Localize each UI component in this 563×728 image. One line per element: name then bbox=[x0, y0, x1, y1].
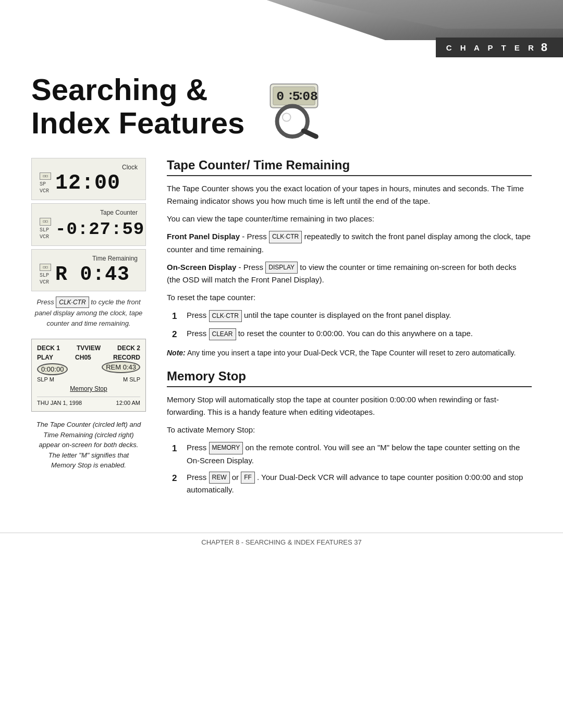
display-key: DISPLAY bbox=[265, 262, 298, 274]
chapter-number: 8 bbox=[541, 41, 547, 54]
svg-point-7 bbox=[300, 97, 302, 100]
svg-point-5 bbox=[290, 97, 292, 100]
clock-display-panel: Clock ◻◻ SP VCR 12:00 bbox=[31, 158, 146, 200]
onscreen-para: On-Screen Display - Press DISPLAY to vie… bbox=[167, 261, 532, 287]
svg-point-13 bbox=[283, 113, 291, 121]
ms-step2-text: Press REW or FF . Your Dual-Deck VCR wil… bbox=[187, 471, 532, 497]
time-remaining-indicators: ◻◻ SLP VCR bbox=[40, 264, 51, 286]
tape-counter-row: ◻◻ SLP VCR -0:27:59 bbox=[40, 218, 138, 240]
memory-stop-heading: Memory Stop bbox=[167, 369, 532, 387]
svg-point-4 bbox=[290, 93, 292, 95]
clkctr-key-caption: CLK·CTR bbox=[56, 297, 89, 308]
osd-header-row: DECK 1 TVVIEW DECK 2 bbox=[37, 344, 140, 352]
tape-counter-steps: 1 Press CLK·CTR Press CLK·CTR until the … bbox=[172, 309, 532, 341]
svg-line-12 bbox=[304, 131, 316, 137]
svg-text:0: 0 bbox=[277, 89, 285, 104]
tape-counter-display-panel: Tape Counter ◻◻ SLP VCR -0:27:59 bbox=[31, 203, 146, 245]
page-title: Searching & Index Features bbox=[31, 73, 244, 140]
tape-counter-view-note: You can view the tape counter/time remai… bbox=[167, 213, 532, 225]
svg-text:5: 5 bbox=[292, 89, 300, 104]
title-icon: 0 5 08 bbox=[260, 78, 328, 142]
right-column: Tape Counter/ Time Remaining The Tape Co… bbox=[167, 158, 532, 501]
clock-label: Clock bbox=[40, 164, 138, 171]
osd-time: 12:00 AM bbox=[116, 400, 140, 406]
osd-slpm: SLP M bbox=[37, 376, 54, 382]
footer: CHAPTER 8 - SEARCHING & INDEX FEATURES 3… bbox=[0, 533, 563, 551]
clkctr-key-step1: CLK·CTR bbox=[209, 310, 242, 322]
footer-text: CHAPTER 8 - SEARCHING & INDEX FEATURES 3… bbox=[201, 538, 362, 546]
memory-key: MEMORY bbox=[209, 442, 243, 454]
osd-memory-label: Memory Stop bbox=[37, 385, 140, 392]
osd-record: RECORD bbox=[113, 354, 140, 361]
rew-key: REW bbox=[209, 472, 230, 484]
step2-num: 2 bbox=[172, 327, 181, 341]
clock-ind1: ◻◻ bbox=[40, 172, 51, 180]
clock-lcd: Clock ◻◻ SP VCR 12:00 bbox=[31, 158, 146, 200]
tape-counter-label: Tape Counter bbox=[40, 209, 138, 216]
osd-mslp: M SLP bbox=[123, 376, 140, 382]
clock-row: ◻◻ SP VCR 12:00 bbox=[40, 172, 138, 194]
clear-key: CLEAR bbox=[209, 328, 236, 340]
chapter-bar: C H A P T E R 8 bbox=[436, 38, 563, 57]
osd-tvview: TVVIEW bbox=[77, 344, 101, 352]
osd-counter-value: 0:00:00 bbox=[37, 363, 68, 375]
osd-counter-row: 0:00:00 REM 0:43 bbox=[37, 363, 140, 375]
main-content: Clock ◻◻ SP VCR 12:00 Tape Counter ◻◻ bbox=[0, 153, 563, 522]
tc-step-1: 1 Press CLK·CTR Press CLK·CTR until the … bbox=[172, 309, 532, 323]
osd-deck1: DECK 1 bbox=[37, 344, 60, 352]
step2-text: Press CLEAR to reset the counter to 0:00… bbox=[187, 327, 532, 341]
onscreen-dash: - Press bbox=[239, 263, 266, 272]
front-panel-dash: - Press bbox=[242, 232, 269, 241]
time-remaining-row: ◻◻ SLP VCR R 0:43 bbox=[40, 264, 138, 286]
osd-date-row: THU JAN 1, 1998 12:00 AM bbox=[37, 397, 140, 406]
osd-section: DECK 1 TVVIEW DECK 2 PLAY CH05 RECORD 0:… bbox=[31, 339, 146, 471]
left-column: Clock ◻◻ SP VCR 12:00 Tape Counter ◻◻ bbox=[31, 158, 146, 501]
front-panel-bold: Front Panel Display bbox=[167, 232, 240, 241]
tape-counter-intro: The Tape Counter shows you the exact loc… bbox=[167, 182, 532, 207]
osd-deck2: DECK 2 bbox=[117, 344, 140, 352]
tape-counter-digits: -0:27:59 bbox=[55, 220, 144, 238]
step1-text: Press CLK·CTR Press CLK·CTR until the ta… bbox=[187, 309, 532, 323]
time-remaining-lcd: Time Remaining ◻◻ SLP VCR R 0:43 bbox=[31, 249, 146, 291]
clock-ind-sp: SP bbox=[40, 181, 51, 188]
clock-digits: 12:00 bbox=[55, 173, 120, 194]
time-remaining-label: Time Remaining bbox=[40, 255, 138, 262]
svg-point-6 bbox=[300, 93, 302, 95]
tr-ind-slp: SLP bbox=[40, 272, 51, 279]
onscreen-bold: On-Screen Display bbox=[167, 263, 236, 272]
ff-key: FF bbox=[241, 472, 255, 484]
chapter-label: C H A P T E R bbox=[446, 43, 537, 52]
title-text: Searching & Index Features bbox=[31, 73, 244, 140]
reset-intro: To reset the tape counter: bbox=[167, 291, 532, 304]
osd-caption: The Tape Counter (circled left) and Time… bbox=[31, 419, 146, 471]
clkctr-key-fp: CLK·CTR bbox=[269, 231, 302, 243]
panel-caption-1: Press CLK·CTR to cycle the front panel d… bbox=[31, 297, 146, 328]
osd-play-row: PLAY CH05 RECORD bbox=[37, 354, 140, 361]
note-label: Note: bbox=[167, 349, 186, 357]
note-para: Note: Any time you insert a tape into yo… bbox=[167, 347, 532, 359]
tape-counter-lcd: Tape Counter ◻◻ SLP VCR -0:27:59 bbox=[31, 203, 146, 245]
tape-counter-indicators: ◻◻ SLP VCR bbox=[40, 218, 51, 240]
osd-rem-value: REM 0:43 bbox=[102, 363, 140, 375]
tc-ind-slp: SLP bbox=[40, 227, 51, 233]
tc-ind-vcr: VCR bbox=[40, 233, 51, 240]
time-remaining-digits: R 0:43 bbox=[55, 265, 130, 285]
osd-date: THU JAN 1, 1998 bbox=[37, 400, 82, 406]
activate-intro: To activate Memory Stop: bbox=[167, 424, 532, 436]
osd-play: PLAY bbox=[37, 354, 53, 361]
ms-step2-num: 2 bbox=[172, 471, 181, 497]
tape-counter-heading: Tape Counter/ Time Remaining bbox=[167, 158, 532, 176]
step1-num: 1 bbox=[172, 309, 181, 323]
osd-ch05: CH05 bbox=[75, 354, 91, 361]
title-section: Searching & Index Features 0 5 08 bbox=[0, 57, 563, 153]
note-body: Any time you insert a tape into your Dua… bbox=[187, 349, 516, 357]
svg-text:08: 08 bbox=[303, 89, 319, 104]
front-panel-para: Front Panel Display - Press CLK·CTR repe… bbox=[167, 230, 532, 256]
ms-step1-text: Press MEMORY on the remote control. You … bbox=[187, 441, 532, 467]
tr-ind-vcr: VCR bbox=[40, 279, 51, 286]
header-area: C H A P T E R 8 bbox=[0, 0, 563, 57]
tr-ind1: ◻◻ bbox=[40, 264, 51, 271]
ms-step-2: 2 Press REW or FF . Your Dual-Deck VCR w… bbox=[172, 471, 532, 497]
magnifier-icon: 0 5 08 bbox=[260, 78, 328, 141]
osd-rem-display: REM 0:43 bbox=[102, 361, 140, 373]
